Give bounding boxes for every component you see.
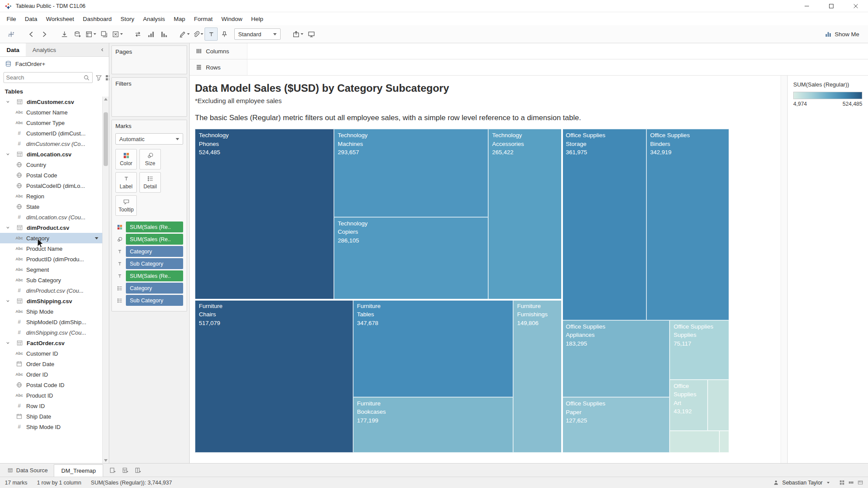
menu-analysis[interactable]: Analysis (139, 12, 169, 25)
pill-category[interactable]: Category (126, 283, 183, 294)
treemap-cell-paper[interactable]: Office SuppliesPaper127,625 (562, 397, 670, 453)
field-dimproduct-csv-cou[interactable]: #dimProduct.csv (Cou... (0, 285, 102, 296)
treemap-cell-tables[interactable]: FurnitureTables347,678 (353, 300, 514, 397)
swap-rows-columns-button[interactable] (131, 28, 144, 41)
menu-data[interactable]: Data (21, 12, 42, 25)
tableau-logo-button[interactable] (4, 28, 17, 41)
field-row-id[interactable]: #Row ID (0, 401, 102, 411)
treemap-cell-supplies[interactable]: Office SuppliesSupplies75,117 (670, 320, 729, 380)
field-customerid-dimcust[interactable]: #CustomerID (dimCust... (0, 128, 102, 138)
user-name[interactable]: Sebastian Taylor (782, 480, 823, 486)
field-customer-type[interactable]: AbcCustomer Type (0, 118, 102, 128)
save-button[interactable] (58, 28, 71, 41)
pill-sum-sales-re[interactable]: SUM(Sales (Re.. (126, 222, 183, 232)
mark-button-tooltip[interactable]: Tooltip (115, 195, 137, 216)
menu-help[interactable]: Help (247, 12, 267, 25)
group-members-button[interactable] (191, 28, 205, 41)
table-factorder-csv[interactable]: FactOrder.csv (0, 338, 102, 348)
sheet-tab-dm-treemap[interactable]: DM_Treemap (54, 464, 103, 477)
menu-file[interactable]: File (2, 12, 21, 25)
treemap-cell-art[interactable]: Office SuppliesArt43,192 (670, 380, 708, 431)
field-region[interactable]: AbcRegion (0, 191, 102, 201)
field-dimlocation-csv-cou[interactable]: #dimLocation.csv (Cou... (0, 212, 102, 222)
tab-data[interactable]: Data (0, 43, 26, 56)
treemap-cell-copiers[interactable]: TechnologyCopiers286,105 (334, 217, 488, 300)
mark-button-label[interactable]: Label (115, 172, 137, 193)
sort-descending-button[interactable] (157, 28, 170, 41)
highlight-button[interactable] (177, 28, 191, 41)
treemap-cell-machines[interactable]: TechnologyMachines293,657 (334, 129, 488, 217)
table-dimproduct-csv[interactable]: dimProduct.csv (0, 222, 102, 233)
field-sub-category[interactable]: AbcSub Category (0, 275, 102, 285)
field-order-id[interactable]: AbcOrder ID (0, 369, 102, 380)
menu-window[interactable]: Window (217, 12, 247, 25)
mark-button-detail[interactable]: Detail (139, 172, 161, 193)
presentation-mode-button[interactable] (305, 28, 318, 41)
treemap-cell-furnishings[interactable]: FurnitureFurnishings149,806 (513, 300, 562, 453)
close-button[interactable] (844, 0, 868, 12)
scroll-up-arrow[interactable] (104, 98, 108, 100)
treemap-cell[interactable] (719, 431, 729, 453)
new-dashboard-button[interactable] (119, 464, 131, 477)
scroll-thumb[interactable] (104, 112, 108, 166)
treemap-cell-storage[interactable]: Office SuppliesStorage361,975 (562, 129, 646, 320)
menu-format[interactable]: Format (190, 12, 217, 25)
field-postal-code-id[interactable]: Postal Code ID (0, 380, 102, 390)
fix-axes-button[interactable] (218, 28, 231, 41)
clear-sheet-button[interactable] (111, 28, 124, 41)
field-ship-date[interactable]: Ship Date (0, 411, 102, 422)
mark-type-dropdown[interactable]: Automatic (115, 133, 183, 145)
maximize-button[interactable] (819, 0, 844, 12)
field-ship-mode-id[interactable]: #Ship Mode ID (0, 422, 102, 432)
treemap-cell-phones[interactable]: TechnologyPhones524,485 (195, 129, 334, 300)
field-country[interactable]: Country (0, 159, 102, 170)
menu-dashboard[interactable]: Dashboard (79, 12, 116, 25)
mark-button-size[interactable]: Size (139, 149, 161, 170)
field-productid-dimprodu[interactable]: AbcProductID (dimProdu... (0, 254, 102, 264)
pages-card[interactable]: Pages (111, 45, 187, 74)
field-category[interactable]: AbcCategory (0, 233, 102, 243)
share-button[interactable] (291, 28, 305, 41)
field-customer-name[interactable]: AbcCustomer Name (0, 107, 102, 118)
field-shipmodeid-dimship[interactable]: #ShipModeID (dimShip... (0, 317, 102, 327)
datasource-row[interactable]: FactOrder+ (0, 57, 109, 71)
field-order-date[interactable]: Order Date (0, 359, 102, 369)
new-worksheet-button[interactable] (84, 28, 97, 41)
data-source-tab[interactable]: Data Source (2, 464, 53, 477)
treemap-cell-appliances[interactable]: Office SuppliesAppliances183,295 (562, 320, 670, 397)
menu-story[interactable]: Story (116, 12, 139, 25)
field-postal-code[interactable]: Postal Code (0, 170, 102, 180)
filters-card[interactable]: Filters (111, 77, 187, 117)
pill-sum-sales-re[interactable]: SUM(Sales (Re.. (126, 270, 183, 281)
treemap-cell-bookcases[interactable]: FurnitureBookcases177,199 (353, 397, 514, 453)
treemap-cell[interactable] (708, 380, 729, 431)
field-product-name[interactable]: AbcProduct Name (0, 243, 102, 254)
show-tabs-icon[interactable] (858, 480, 863, 485)
tab-analytics[interactable]: Analytics (26, 43, 62, 56)
table-dimshipping-csv[interactable]: dimShipping.csv (0, 296, 102, 306)
field-ship-mode[interactable]: AbcShip Mode (0, 306, 102, 317)
table-dimcustomer-csv[interactable]: dimCustomer.csv (0, 97, 102, 107)
field-dimshipping-csv-cou[interactable]: #dimShipping.csv (Cou... (0, 327, 102, 338)
new-story-button[interactable] (132, 464, 143, 477)
scroll-track[interactable] (103, 102, 109, 458)
table-dimlocation-csv[interactable]: dimLocation.csv (0, 149, 102, 159)
pill-sum-sales-re[interactable]: SUM(Sales (Re.. (126, 234, 183, 245)
new-worksheet-tab-button[interactable] (107, 464, 118, 477)
mark-button-color[interactable]: Color (115, 149, 137, 170)
pill-sub-category[interactable]: Sub Category (126, 258, 183, 269)
field-postalcodeid-dimlo[interactable]: PostalCodeID (dimLo... (0, 180, 102, 191)
field-customer-id[interactable]: AbcCustomer ID (0, 348, 102, 359)
show-mark-labels-button[interactable] (205, 28, 218, 41)
duplicate-sheet-button[interactable] (97, 28, 111, 41)
filter-icon[interactable] (95, 73, 102, 82)
redo-button[interactable] (38, 28, 51, 41)
treemap-cell-binders[interactable]: Office SuppliesBinders342,919 (646, 129, 729, 320)
field-dimcustomer-csv-co[interactable]: #dimCustomer.csv (Co... (0, 138, 102, 149)
fit-selector[interactable]: Standard (234, 28, 281, 40)
treemap-cell-accessories[interactable]: TechnologyAccessories265,422 (488, 129, 562, 300)
field-product-id[interactable]: AbcProduct ID (0, 390, 102, 401)
field-segment[interactable]: AbcSegment (0, 264, 102, 275)
treemap-cell[interactable] (670, 431, 719, 453)
pill-sub-category[interactable]: Sub Category (126, 295, 183, 306)
